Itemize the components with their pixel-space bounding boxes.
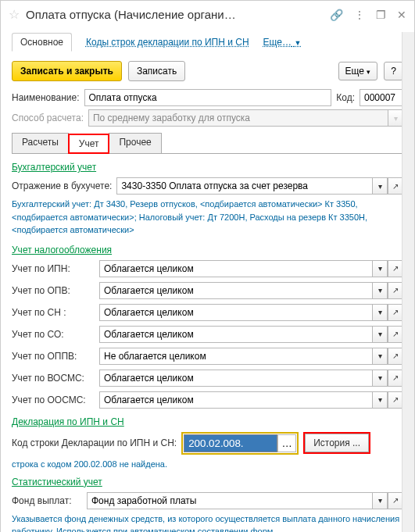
ipn-input[interactable] (99, 260, 372, 277)
oppv-dropdown-button[interactable]: ▾ (372, 348, 388, 365)
nav-main[interactable]: Основное (12, 33, 72, 52)
oppv-input[interactable] (99, 348, 372, 365)
so-input[interactable] (99, 326, 372, 343)
vosms-dropdown-button[interactable]: ▾ (372, 370, 388, 387)
vosms-input[interactable] (99, 370, 372, 387)
opv-open-button[interactable]: ↗ (388, 282, 403, 299)
decl-warning: строка с кодом 200.02.008 не найдена. (12, 459, 403, 469)
sn-input[interactable] (99, 304, 372, 321)
fund-dropdown-button[interactable]: ▾ (372, 492, 388, 509)
more-button[interactable]: Еще ▾ (338, 62, 378, 80)
reflect-open-button[interactable]: ↗ (388, 177, 403, 195)
so-dropdown-button[interactable]: ▾ (372, 326, 388, 343)
tab-account[interactable]: Учет (68, 134, 110, 154)
decl-code-label: Код строки Декларации по ИПН и СН: (12, 437, 177, 448)
method-label: Способ расчета: (12, 112, 84, 123)
so-label: Учет по СО: (12, 329, 96, 340)
tax-section-title: Учет налогообложения (12, 245, 403, 255)
favorite-star-icon[interactable]: ☆ (9, 7, 20, 22)
window-title: Оплата отпуска (Начисление органи… (26, 8, 324, 21)
opv-input[interactable] (99, 282, 372, 299)
oosms-input[interactable] (99, 391, 372, 409)
ipn-label: Учет по ИПН: (12, 263, 96, 274)
code-input[interactable] (360, 89, 403, 106)
decl-ellipsis-button[interactable]: … (277, 434, 296, 452)
tab-calc[interactable]: Расчеты (12, 133, 69, 153)
so-open-button[interactable]: ↗ (388, 326, 403, 343)
stat-info: Указывается фонд денежных средств, из ко… (12, 512, 403, 533)
method-dropdown-button: ▾ (388, 109, 403, 127)
vertical-scrollbar[interactable] (402, 32, 414, 532)
fund-label: Фонд выплат: (12, 495, 82, 506)
close-icon[interactable]: ✕ (397, 9, 406, 21)
fund-open-button[interactable]: ↗ (388, 492, 403, 509)
save-close-button[interactable]: Записать и закрыть (12, 61, 122, 81)
oosms-label: Учет по ООСМС: (12, 395, 96, 405)
oppv-label: Учет по ОППВ: (12, 351, 96, 362)
accounting-info: Бухгалтерский учет: Дт 3430, Резерв отпу… (12, 198, 403, 237)
name-input[interactable] (84, 89, 332, 106)
opv-label: Учет по ОПВ: (12, 285, 96, 296)
oppv-open-button[interactable]: ↗ (388, 348, 403, 365)
reflect-input[interactable] (116, 177, 372, 195)
sn-dropdown-button[interactable]: ▾ (372, 304, 388, 321)
declaration-section-title: Декларация по ИПН и СН (12, 416, 403, 427)
method-input (88, 109, 388, 127)
stat-section-title: Статистический учет (12, 477, 403, 487)
save-button[interactable]: Записать (128, 61, 185, 81)
reflect-dropdown-button[interactable]: ▾ (372, 177, 388, 195)
sn-label: Учет по СН : (12, 307, 96, 318)
ipn-dropdown-button[interactable]: ▾ (372, 260, 388, 277)
tab-other[interactable]: Прочее (109, 133, 161, 153)
history-button[interactable]: История ... (303, 432, 370, 454)
reflect-label: Отражение в бухучете: (12, 180, 112, 191)
vosms-label: Учет по ВОСМС: (12, 373, 96, 384)
fund-input[interactable] (87, 492, 372, 509)
help-button[interactable]: ? (384, 62, 403, 80)
vosms-open-button[interactable]: ↗ (388, 370, 403, 387)
link-icon[interactable]: 🔗 (330, 9, 343, 21)
nav-codes[interactable]: Коды строк декларации по ИПН и СН (86, 37, 249, 48)
sn-open-button[interactable]: ↗ (388, 304, 403, 321)
nav-more[interactable]: Еще… ▼ (263, 37, 302, 48)
accounting-section-title: Бухгалтерский учет (12, 162, 403, 173)
oosms-dropdown-button[interactable]: ▾ (372, 391, 388, 409)
kebab-icon[interactable]: ⋮ (354, 9, 365, 21)
ipn-open-button[interactable]: ↗ (388, 260, 403, 277)
decl-code-input[interactable] (184, 434, 277, 452)
opv-dropdown-button[interactable]: ▾ (372, 282, 388, 299)
name-label: Наименование: (12, 92, 80, 103)
oosms-open-button[interactable]: ↗ (388, 391, 403, 409)
detach-icon[interactable]: ❐ (376, 9, 386, 21)
code-label: Код: (336, 92, 355, 103)
